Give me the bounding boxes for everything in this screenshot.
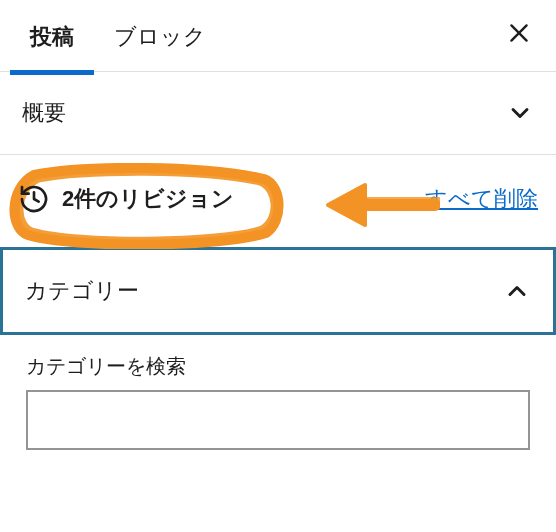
category-search-input[interactable] [26,390,530,450]
revisions-button[interactable]: 2件のリビジョン [18,183,234,215]
close-icon[interactable] [492,10,546,61]
revisions-row: 2件のリビジョン すべて削除 [0,155,556,243]
history-icon [18,183,50,215]
annotation-arrow [320,179,440,231]
tab-block[interactable]: ブロック [94,0,226,74]
delete-all-link[interactable]: すべて削除 [425,184,538,214]
tab-post[interactable]: 投稿 [10,0,94,74]
panel-categories[interactable]: カテゴリー [0,247,556,335]
revisions-label: 2件のリビジョン [62,184,234,214]
panel-summary[interactable]: 概要 [0,72,556,155]
category-search-label: カテゴリーを検索 [0,335,556,390]
sidebar-tabs: 投稿 ブロック [0,0,556,72]
panel-categories-title: カテゴリー [25,276,139,306]
chevron-down-icon [506,99,534,127]
chevron-up-icon [503,277,531,305]
panel-summary-title: 概要 [22,98,66,128]
